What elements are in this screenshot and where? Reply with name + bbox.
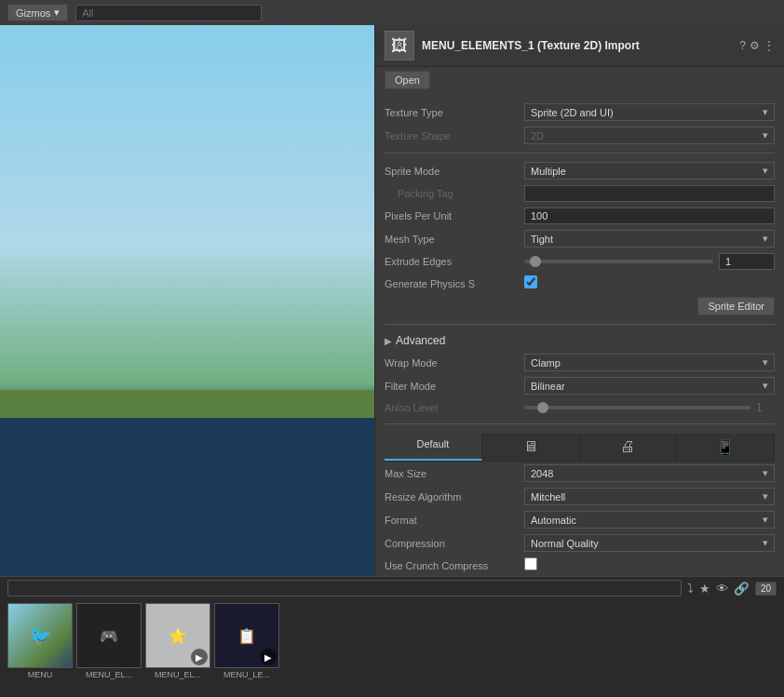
max-size-dropdown[interactable]: 2048 ▾ — [524, 464, 775, 482]
thumb-label-1: MENU — [28, 670, 53, 679]
eye-icon[interactable]: 👁 — [716, 582, 728, 596]
aniso-level-label: Aniso Level — [385, 402, 524, 413]
chevron-down-icon: ▾ — [763, 165, 768, 177]
help-icon[interactable]: ? — [739, 39, 746, 52]
aniso-level-control: 1 — [524, 401, 775, 414]
tab-desktop[interactable]: 🖥 — [482, 434, 580, 461]
sprite-mode-row: Sprite Mode Multiple ▾ — [385, 159, 775, 182]
resize-algo-value: Mitchell — [531, 491, 565, 503]
platform-tabs: Default 🖥 🖨 📱 — [385, 434, 775, 462]
packing-tag-row: Packing Tag — [385, 182, 775, 205]
texture-type-control[interactable]: Sprite (2D and UI) ▾ — [524, 103, 775, 121]
packing-tag-input[interactable] — [524, 185, 775, 202]
generate-physics-checkbox[interactable] — [524, 275, 537, 288]
mesh-type-label: Mesh Type — [385, 234, 524, 245]
resize-algo-row: Resize Algorithm Mitchell ▾ — [385, 485, 775, 508]
play-overlay-4[interactable]: ▶ — [260, 649, 277, 665]
format-row: Format Automatic ▾ — [385, 508, 775, 531]
search-input[interactable] — [75, 5, 262, 21]
gizmos-button[interactable]: Gizmos ▾ — [7, 4, 68, 21]
bottom-panel: ⤵ ★ 👁 🔗 20 🐦 MENU 🎮 MENU_EL... ⭐ ▶ MENU — [0, 576, 784, 697]
generate-physics-control[interactable] — [524, 275, 775, 291]
texture-type-label: Texture Type — [385, 107, 524, 118]
texture-shape-value: 2D — [531, 130, 544, 141]
open-button[interactable]: Open — [385, 71, 430, 89]
search-bar-row: ⤵ ★ 👁 🔗 20 — [0, 577, 784, 599]
format-label: Format — [385, 515, 524, 526]
pixels-per-unit-control[interactable] — [524, 208, 775, 224]
extrude-edges-label: Extrude Edges — [385, 256, 524, 267]
max-size-control[interactable]: 2048 ▾ — [524, 464, 775, 482]
generate-physics-row: Generate Physics S — [385, 273, 775, 294]
format-dropdown[interactable]: Automatic ▾ — [524, 511, 775, 529]
wrap-mode-label: Wrap Mode — [385, 357, 524, 369]
sprite-mode-label: Sprite Mode — [385, 166, 524, 177]
thumb-content-3: ⭐ — [169, 627, 187, 645]
chevron-down-icon: ▾ — [763, 514, 768, 526]
list-item[interactable]: 📋 ▶ MENU_LE... — [214, 603, 279, 679]
advanced-section-header[interactable]: ▶ Advanced — [385, 330, 775, 351]
mesh-type-dropdown[interactable]: Tight ▾ — [524, 230, 775, 248]
tab-mobile[interactable]: 📱 — [677, 434, 775, 461]
thumbnail-box-3[interactable]: ⭐ ▶ — [145, 603, 210, 668]
settings-icon[interactable]: ⚙ — [750, 39, 760, 52]
resize-algo-control[interactable]: Mitchell ▾ — [524, 488, 775, 505]
filter-mode-dropdown[interactable]: Bilinear ▾ — [524, 377, 775, 395]
resize-algo-dropdown[interactable]: Mitchell ▾ — [524, 488, 775, 505]
format-control[interactable]: Automatic ▾ — [524, 511, 775, 529]
max-size-label: Max Size — [385, 468, 524, 479]
more-icon[interactable]: ⋮ — [764, 39, 775, 52]
divider-2 — [385, 324, 775, 325]
texture-type-dropdown[interactable]: Sprite (2D and UI) ▾ — [524, 103, 775, 121]
thumb-content-1: 🐦 — [29, 624, 52, 647]
sprite-editor-button[interactable]: Sprite Editor — [697, 297, 775, 315]
thumbnail-box-4[interactable]: 📋 ▶ — [214, 603, 279, 668]
inspector-panel: 🖼 MENU_ELEMENTS_1 (Texture 2D) Import ? … — [374, 25, 784, 576]
packing-tag-control[interactable] — [524, 185, 775, 202]
chevron-down-icon: ▾ — [763, 490, 768, 503]
list-item[interactable]: 🎮 MENU_EL... — [76, 603, 142, 679]
aniso-level-row: Aniso Level 1 — [385, 397, 775, 418]
texture-type-value: Sprite (2D and UI) — [531, 107, 614, 118]
aniso-level-value: 1 — [756, 401, 775, 414]
favorite-icon[interactable]: ★ — [699, 582, 710, 596]
list-item[interactable]: ⭐ ▶ MENU_EL... — [145, 603, 210, 679]
pixels-per-unit-row: Pixels Per Unit — [385, 205, 775, 227]
pixels-per-unit-label: Pixels Per Unit — [385, 210, 524, 221]
chevron-down-icon: ▾ — [54, 7, 60, 19]
thumbnail-box-1[interactable]: 🐦 — [7, 603, 73, 668]
pixels-per-unit-input[interactable] — [524, 208, 775, 224]
extrude-edges-slider[interactable] — [524, 260, 713, 263]
thumb-content-2: 🎮 — [100, 627, 118, 645]
list-item[interactable]: 🐦 MENU — [7, 603, 73, 679]
compression-control[interactable]: Normal Quality ▾ — [524, 534, 775, 552]
tab-tv[interactable]: 🖨 — [580, 434, 678, 461]
filter-mode-control[interactable]: Bilinear ▾ — [524, 377, 775, 395]
texture-shape-dropdown[interactable]: 2D ▾ — [524, 127, 775, 144]
thumbnail-search-input[interactable] — [7, 580, 682, 596]
filter-mode-row: Filter Mode Bilinear ▾ — [385, 374, 775, 397]
tab-default[interactable]: Default — [385, 434, 482, 461]
texture-icon: 🖼 — [385, 31, 414, 60]
thumbnail-box-2[interactable]: 🎮 — [76, 603, 142, 668]
import-icon[interactable]: ⤵ — [687, 582, 694, 596]
crunch-checkbox[interactable] — [524, 557, 537, 570]
ground-area — [0, 390, 374, 418]
inspector-title: MENU_ELEMENTS_1 (Texture 2D) Import — [422, 39, 732, 52]
extrude-edges-input[interactable] — [719, 253, 775, 270]
wrap-mode-control[interactable]: Clamp ▾ — [524, 354, 775, 371]
play-overlay-3[interactable]: ▶ — [191, 649, 208, 665]
chevron-down-icon: ▾ — [763, 537, 768, 549]
aniso-level-slider[interactable] — [524, 406, 750, 409]
inspector-body: Texture Type Sprite (2D and UI) ▾ Textur… — [375, 93, 784, 576]
chevron-down-icon: ▾ — [763, 106, 768, 118]
crunch-control[interactable] — [524, 557, 775, 573]
wrap-mode-dropdown[interactable]: Clamp ▾ — [524, 354, 775, 371]
sprite-mode-dropdown[interactable]: Multiple ▾ — [524, 162, 775, 180]
texture-shape-control[interactable]: 2D ▾ — [524, 127, 775, 144]
sprite-mode-control[interactable]: Multiple ▾ — [524, 162, 775, 180]
mesh-type-control[interactable]: Tight ▾ — [524, 230, 775, 248]
generate-physics-label: Generate Physics S — [385, 278, 524, 289]
compression-dropdown[interactable]: Normal Quality ▾ — [524, 534, 775, 552]
link-icon[interactable]: 🔗 — [734, 582, 750, 596]
